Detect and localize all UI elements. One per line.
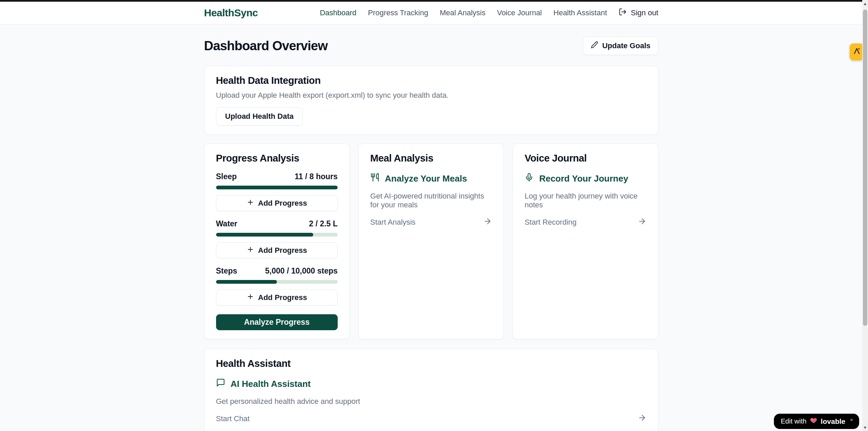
utensils-icon [370,173,379,184]
app-header: HealthSync Dashboard Progress Tracking M… [0,2,862,24]
start-recording-label: Start Recording [525,218,577,227]
update-goals-button[interactable]: Update Goals [583,37,658,55]
voice-link-label: Record Your Journey [539,173,628,184]
health-data-integration-card: Health Data Integration Upload your Appl… [204,66,658,135]
start-chat-label: Start Chat [216,414,250,423]
nav-progress-tracking[interactable]: Progress Tracking [368,8,428,17]
nav-voice-journal[interactable]: Voice Journal [497,8,542,17]
progress-bar-fill [216,186,338,189]
nav-dashboard[interactable]: Dashboard [320,8,356,17]
lambda-logo-icon [853,47,861,57]
add-progress-button-water[interactable]: Add Progress [216,242,338,258]
meal-analysis-card: Meal Analysis Analyze Your Meals Get AI-… [358,144,504,339]
chat-bubble-icon [216,378,225,390]
sign-out-label: Sign out [631,8,658,17]
record-your-journey-link[interactable]: Record Your Journey [525,173,646,184]
scrollbar-up-arrow[interactable]: ▲ [862,1,868,6]
meal-title: Meal Analysis [370,153,492,164]
assistant-description: Get personalized health advice and suppo… [216,397,646,406]
log-out-icon [619,8,627,18]
metric-sleep: Sleep 11 / 8 hours Add Progress [216,172,338,211]
integration-description: Upload your Apple Health export (export.… [216,91,646,100]
progress-bar-track [216,186,338,189]
close-icon[interactable]: × [850,417,853,423]
progress-title: Progress Analysis [216,153,338,164]
analyze-your-meals-link[interactable]: Analyze Your Meals [370,173,492,184]
start-analysis-button[interactable]: Start Analysis [370,217,492,228]
progress-bar-track [216,233,338,237]
add-progress-label: Add Progress [258,246,307,255]
voice-journal-card: Voice Journal Record Your Journey Log yo… [513,144,658,339]
update-goals-label: Update Goals [602,41,651,50]
plus-icon [247,246,254,255]
edit-with-lovable-badge[interactable]: Edit with lovable × [774,414,859,429]
gradient-heart-icon [810,417,817,426]
microphone-icon [525,173,534,184]
metric-value: 2 / 2.5 L [309,219,337,228]
meal-link-label: Analyze Your Meals [385,173,467,184]
upload-health-data-button[interactable]: Upload Health Data [216,107,303,126]
start-analysis-label: Start Analysis [370,218,415,227]
metric-label: Sleep [216,172,237,181]
floating-edit-button[interactable] [850,43,864,60]
arrow-right-icon [483,217,492,228]
metric-value: 11 / 8 hours [295,172,338,181]
meal-description: Get AI-powered nutritional insights for … [370,192,492,209]
progress-bar-track [216,280,338,284]
progress-analysis-card: Progress Analysis Sleep 11 / 8 hours Add… [204,144,350,339]
metric-water: Water 2 / 2.5 L Add Progress [216,219,338,258]
analyze-progress-button[interactable]: Analyze Progress [216,314,338,330]
ai-health-assistant-link[interactable]: AI Health Assistant [216,378,646,390]
vertical-scrollbar[interactable]: ▲ ▼ [862,0,868,431]
progress-bar-fill [216,280,277,284]
assistant-title: Health Assistant [216,358,646,369]
arrow-right-icon [638,413,646,424]
plus-icon [247,199,254,208]
arrow-right-icon [638,217,646,228]
sign-out-button[interactable]: Sign out [619,8,658,18]
main-nav: Dashboard Progress Tracking Meal Analysi… [320,8,658,18]
lovable-label: lovable [821,417,845,426]
metric-value: 5,000 / 10,000 steps [265,266,338,276]
start-recording-button[interactable]: Start Recording [525,217,646,228]
page-title: Dashboard Overview [204,39,328,53]
plus-icon [247,293,254,302]
edit-with-label: Edit with [781,417,807,425]
add-progress-button-steps[interactable]: Add Progress [216,289,338,305]
pencil-icon [591,41,598,51]
voice-title: Voice Journal [525,153,646,164]
nav-meal-analysis[interactable]: Meal Analysis [440,8,485,17]
brand-logo: HealthSync [204,7,258,19]
scrollbar-down-arrow[interactable]: ▼ [862,425,868,430]
scrollbar-thumb[interactable] [863,10,867,326]
progress-bar-fill [216,233,314,237]
metric-label: Water [216,219,237,228]
add-progress-label: Add Progress [258,293,307,302]
nav-health-assistant[interactable]: Health Assistant [553,8,607,17]
start-chat-button[interactable]: Start Chat [216,413,646,424]
health-assistant-card: Health Assistant AI Health Assistant Get… [204,349,658,431]
metric-label: Steps [216,266,237,276]
voice-description: Log your health journey with voice notes [525,192,646,209]
metric-steps: Steps 5,000 / 10,000 steps Add Progress [216,266,338,305]
add-progress-label: Add Progress [258,199,307,208]
add-progress-button-sleep[interactable]: Add Progress [216,195,338,211]
integration-title: Health Data Integration [216,75,646,86]
assistant-link-label: AI Health Assistant [231,379,311,389]
